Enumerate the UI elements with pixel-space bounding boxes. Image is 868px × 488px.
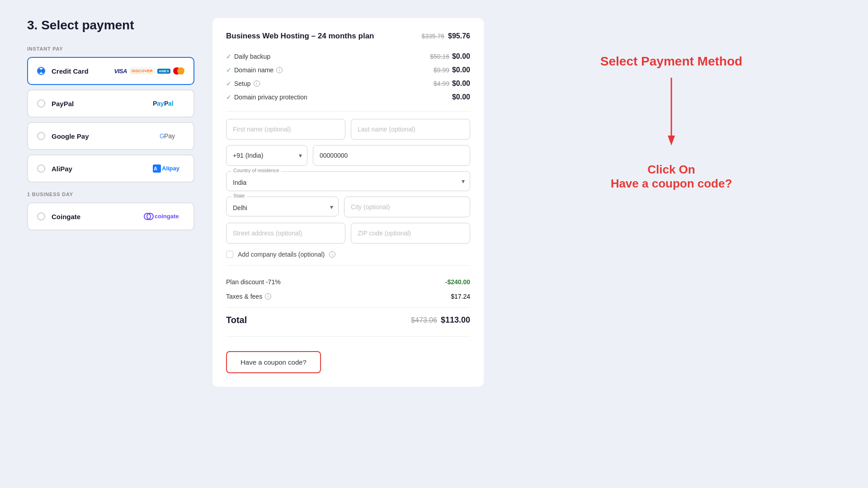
zip-input[interactable] [351,223,470,244]
mastercard-icon [173,67,184,75]
state-select[interactable]: Delhi [226,197,339,216]
annotation-click-on: Click On [611,163,732,177]
paypal-icon: P ay P al [153,99,184,108]
company-details-row: Add company details (optional) i [226,251,470,258]
setup-original: $4.99 [434,80,449,87]
radio-paypal [37,99,45,108]
discount-value: -$240.00 [445,278,470,286]
instant-pay-label: INSTANT PAY [27,46,194,52]
domain-privacy-current: $0.00 [452,93,470,101]
last-name-input[interactable] [351,119,470,140]
radio-coingate [37,212,45,221]
alipay-logo: A Alipay [153,164,184,174]
state-label: State [231,193,247,198]
business-day-label: 1 BUSINESS DAY [27,192,194,197]
divider-1 [226,111,470,112]
discover-icon: DISCOVER [130,68,155,74]
taxes-info-icon[interactable]: i [265,293,271,300]
total-row: Total $473.06 $113.00 [226,307,470,329]
paypal-label: PayPal [52,100,153,108]
phone-code-select[interactable]: +91 (India) [226,145,307,166]
coingate-label: Coingate [52,213,144,221]
line-item-setup: ✓ Setup i $4.99 $0.00 [226,77,470,90]
annotation-arrow [658,78,685,150]
coingate-icon: coingate [144,211,184,221]
visa-icon: VISA [114,68,127,75]
svg-text:P: P [164,100,168,107]
payment-option-paypal[interactable]: PayPal P ay P al [27,89,194,117]
order-current-price: $95.76 [448,32,470,40]
payment-option-google-pay[interactable]: Google Pay G Pay [27,122,194,150]
check-icon-privacy: ✓ [226,94,231,101]
first-name-input[interactable] [226,119,345,140]
annotation-panel: Select Payment Method Click On Have a co… [502,18,841,470]
summary-section: Plan discount -71% -$240.00 Taxes & fees… [226,275,470,304]
gpay-icon: G Pay [160,131,184,141]
svg-text:ay: ay [157,100,164,107]
street-input[interactable] [226,223,345,244]
domain-privacy-label: Domain privacy protection [234,94,307,101]
payment-option-alipay[interactable]: AliPay A Alipay [27,155,194,183]
google-pay-label: Google Pay [52,132,160,140]
country-label: Country of residence [231,168,281,173]
setup-current: $0.00 [452,80,470,88]
state-wrapper: State Delhi ▾ [226,197,339,217]
country-wrapper: Country of residence India ▾ [226,171,470,191]
amex-icon: AMEX [157,69,170,74]
coupon-code-button[interactable]: Have a coupon code? [226,351,321,373]
divider-3 [226,336,470,337]
annotation-bottom: Click On Have a coupon code? [611,163,732,191]
credit-card-label: Credit Card [52,67,114,75]
state-city-row: State Delhi ▾ [226,197,470,217]
discount-label: Plan discount -71% [226,278,281,286]
domain-info-icon[interactable]: i [276,67,283,73]
taxes-value: $17.24 [451,293,470,300]
company-info-icon[interactable]: i [329,251,335,258]
paypal-logo: P ay P al [153,99,184,108]
check-icon-domain: ✓ [226,66,231,74]
taxes-row: Taxes & fees i $17.24 [226,289,470,304]
phone-code-wrapper: +91 (India) ▾ [226,145,307,166]
phone-row: +91 (India) ▾ [226,145,470,166]
svg-text:Alipay: Alipay [162,165,180,172]
order-summary-panel: Business Web Hosting – 24 months plan $3… [212,18,484,470]
svg-text:P: P [153,100,157,107]
radio-google-pay [37,132,45,140]
svg-marker-13 [668,136,675,145]
order-header: Business Web Hosting – 24 months plan $3… [226,32,470,41]
company-checkbox[interactable] [226,251,233,258]
city-input[interactable] [344,197,470,217]
page-title: 3. Select payment [27,18,194,33]
daily-backup-name: Daily backup [234,53,270,60]
radio-credit-card [37,67,45,75]
annotation-arrow-svg [658,78,685,150]
total-current-price: $113.00 [441,315,470,325]
name-row [226,119,470,140]
taxes-label: Taxes & fees [226,293,262,300]
annotation-title: Select Payment Method [600,54,742,69]
payment-option-coingate[interactable]: Coingate coingate [27,202,194,230]
order-header-price: $335.76 $95.76 [421,32,470,40]
domain-name-label: Domain name [234,66,274,74]
line-item-domain-privacy: ✓ Domain privacy protection $0.00 [226,90,470,104]
google-pay-logo: G Pay [160,131,184,141]
svg-text:al: al [168,100,174,107]
total-original-price: $473.06 [411,316,437,324]
setup-label: Setup [234,80,251,87]
address-row [226,223,470,244]
svg-text:coingate: coingate [155,213,179,220]
alipay-label: AliPay [52,165,153,173]
payment-option-credit-card[interactable]: Credit Card VISA DISCOVER AMEX [27,57,194,85]
domain-original: $9.99 [434,66,449,74]
coingate-logo: coingate [144,211,184,221]
check-icon-daily-backup: ✓ [226,53,231,60]
domain-current: $0.00 [452,66,470,74]
order-title: Business Web Hosting – 24 months plan [226,32,374,41]
phone-number-input[interactable] [313,145,470,166]
payment-methods-panel: 3. Select payment INSTANT PAY Credit Car… [27,18,194,470]
country-select[interactable]: India [226,171,470,191]
setup-info-icon[interactable]: i [254,80,260,87]
check-icon-setup: ✓ [226,80,231,87]
svg-text:A: A [154,166,157,171]
svg-text:Pay: Pay [164,132,175,140]
